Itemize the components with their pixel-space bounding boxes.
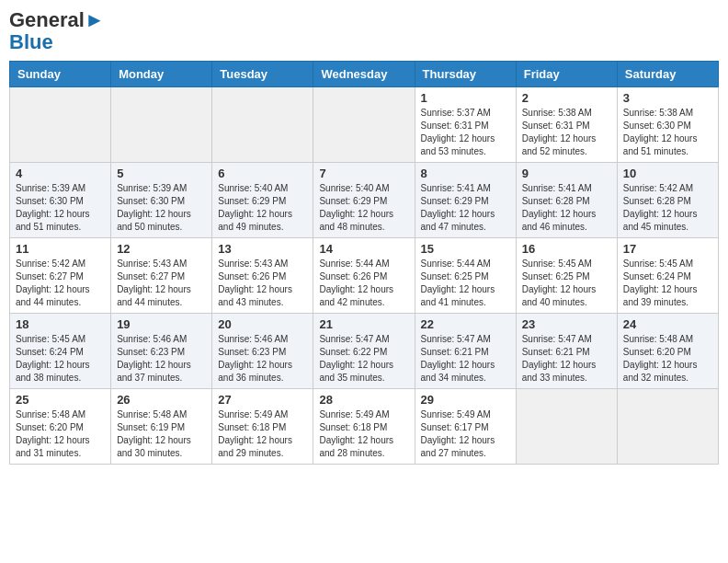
calendar-cell: 27Sunrise: 5:49 AM Sunset: 6:18 PM Dayli… xyxy=(212,389,313,465)
day-number: 11 xyxy=(16,242,105,256)
calendar-week-row: 18Sunrise: 5:45 AM Sunset: 6:24 PM Dayli… xyxy=(10,314,719,389)
day-number: 26 xyxy=(117,393,206,407)
calendar-cell xyxy=(212,87,313,163)
day-info: Sunrise: 5:45 AM Sunset: 6:25 PM Dayligh… xyxy=(522,258,611,309)
calendar-cell: 25Sunrise: 5:48 AM Sunset: 6:20 PM Dayli… xyxy=(10,389,111,465)
calendar-cell: 23Sunrise: 5:47 AM Sunset: 6:21 PM Dayli… xyxy=(516,314,617,389)
calendar-cell: 19Sunrise: 5:46 AM Sunset: 6:23 PM Dayli… xyxy=(111,314,212,389)
day-info: Sunrise: 5:49 AM Sunset: 6:18 PM Dayligh… xyxy=(319,408,408,460)
day-info: Sunrise: 5:38 AM Sunset: 6:30 PM Dayligh… xyxy=(623,107,712,158)
day-number: 3 xyxy=(623,91,712,105)
day-info: Sunrise: 5:40 AM Sunset: 6:29 PM Dayligh… xyxy=(319,182,408,234)
day-info: Sunrise: 5:46 AM Sunset: 6:23 PM Dayligh… xyxy=(218,333,307,385)
calendar-week-row: 11Sunrise: 5:42 AM Sunset: 6:27 PM Dayli… xyxy=(10,238,719,314)
day-info: Sunrise: 5:47 AM Sunset: 6:21 PM Dayligh… xyxy=(522,333,611,385)
calendar-cell xyxy=(111,87,212,163)
calendar-cell xyxy=(516,389,617,465)
calendar-cell: 1Sunrise: 5:37 AM Sunset: 6:31 PM Daylig… xyxy=(415,87,516,163)
calendar-week-row: 4Sunrise: 5:39 AM Sunset: 6:30 PM Daylig… xyxy=(10,163,719,238)
day-number: 28 xyxy=(319,393,408,407)
day-number: 29 xyxy=(421,393,510,407)
day-number: 8 xyxy=(421,167,510,180)
weekday-header: Wednesday xyxy=(313,62,415,87)
calendar-cell: 15Sunrise: 5:44 AM Sunset: 6:25 PM Dayli… xyxy=(415,238,516,314)
calendar-cell: 8Sunrise: 5:41 AM Sunset: 6:29 PM Daylig… xyxy=(415,163,516,238)
day-info: Sunrise: 5:48 AM Sunset: 6:19 PM Dayligh… xyxy=(117,408,206,460)
day-info: Sunrise: 5:43 AM Sunset: 6:27 PM Dayligh… xyxy=(117,258,206,309)
day-number: 6 xyxy=(218,167,307,180)
day-number: 27 xyxy=(218,393,307,407)
calendar-cell: 17Sunrise: 5:45 AM Sunset: 6:24 PM Dayli… xyxy=(617,238,718,314)
day-number: 7 xyxy=(319,167,408,180)
calendar-cell xyxy=(313,87,415,163)
calendar-cell: 20Sunrise: 5:46 AM Sunset: 6:23 PM Dayli… xyxy=(212,314,313,389)
day-number: 12 xyxy=(117,242,206,256)
day-number: 17 xyxy=(623,242,712,256)
calendar-table: SundayMondayTuesdayWednesdayThursdayFrid… xyxy=(9,61,719,465)
calendar-cell xyxy=(617,389,718,465)
calendar-cell xyxy=(10,87,111,163)
day-number: 24 xyxy=(623,317,712,331)
day-info: Sunrise: 5:42 AM Sunset: 6:27 PM Dayligh… xyxy=(16,258,105,309)
day-number: 20 xyxy=(218,317,307,331)
day-info: Sunrise: 5:39 AM Sunset: 6:30 PM Dayligh… xyxy=(16,182,105,234)
day-info: Sunrise: 5:40 AM Sunset: 6:29 PM Dayligh… xyxy=(218,182,307,234)
calendar-cell: 26Sunrise: 5:48 AM Sunset: 6:19 PM Dayli… xyxy=(111,389,212,465)
calendar-cell: 21Sunrise: 5:47 AM Sunset: 6:22 PM Dayli… xyxy=(313,314,415,389)
day-number: 18 xyxy=(16,317,105,331)
day-number: 25 xyxy=(16,393,105,407)
day-number: 23 xyxy=(522,317,611,331)
day-number: 16 xyxy=(522,242,611,256)
calendar-cell: 6Sunrise: 5:40 AM Sunset: 6:29 PM Daylig… xyxy=(212,163,313,238)
day-info: Sunrise: 5:47 AM Sunset: 6:21 PM Dayligh… xyxy=(421,333,510,385)
day-info: Sunrise: 5:41 AM Sunset: 6:29 PM Dayligh… xyxy=(421,182,510,234)
calendar-cell: 13Sunrise: 5:43 AM Sunset: 6:26 PM Dayli… xyxy=(212,238,313,314)
calendar-cell: 29Sunrise: 5:49 AM Sunset: 6:17 PM Dayli… xyxy=(415,389,516,465)
day-number: 5 xyxy=(117,167,206,180)
day-info: Sunrise: 5:47 AM Sunset: 6:22 PM Dayligh… xyxy=(319,333,408,385)
day-info: Sunrise: 5:49 AM Sunset: 6:17 PM Dayligh… xyxy=(421,408,510,460)
day-number: 1 xyxy=(421,91,510,105)
calendar-cell: 12Sunrise: 5:43 AM Sunset: 6:27 PM Dayli… xyxy=(111,238,212,314)
weekday-header: Monday xyxy=(111,62,212,87)
day-number: 2 xyxy=(522,91,611,105)
day-info: Sunrise: 5:38 AM Sunset: 6:31 PM Dayligh… xyxy=(522,107,611,158)
calendar-cell: 24Sunrise: 5:48 AM Sunset: 6:20 PM Dayli… xyxy=(617,314,718,389)
day-number: 14 xyxy=(319,242,408,256)
day-number: 21 xyxy=(319,317,408,331)
calendar-header-row: SundayMondayTuesdayWednesdayThursdayFrid… xyxy=(10,62,719,87)
day-info: Sunrise: 5:46 AM Sunset: 6:23 PM Dayligh… xyxy=(117,333,206,385)
day-number: 13 xyxy=(218,242,307,256)
calendar-week-row: 25Sunrise: 5:48 AM Sunset: 6:20 PM Dayli… xyxy=(10,389,719,465)
calendar-cell: 10Sunrise: 5:42 AM Sunset: 6:28 PM Dayli… xyxy=(617,163,718,238)
day-info: Sunrise: 5:49 AM Sunset: 6:18 PM Dayligh… xyxy=(218,408,307,460)
day-info: Sunrise: 5:43 AM Sunset: 6:26 PM Dayligh… xyxy=(218,258,307,309)
day-number: 10 xyxy=(623,167,712,180)
weekday-header: Sunday xyxy=(10,62,111,87)
day-number: 9 xyxy=(522,167,611,180)
logo: General► Blue xyxy=(9,9,105,53)
calendar-cell: 5Sunrise: 5:39 AM Sunset: 6:30 PM Daylig… xyxy=(111,163,212,238)
calendar-cell: 16Sunrise: 5:45 AM Sunset: 6:25 PM Dayli… xyxy=(516,238,617,314)
weekday-header: Friday xyxy=(516,62,617,87)
calendar-cell: 28Sunrise: 5:49 AM Sunset: 6:18 PM Dayli… xyxy=(313,389,415,465)
calendar-cell: 4Sunrise: 5:39 AM Sunset: 6:30 PM Daylig… xyxy=(10,163,111,238)
calendar-cell: 18Sunrise: 5:45 AM Sunset: 6:24 PM Dayli… xyxy=(10,314,111,389)
day-number: 19 xyxy=(117,317,206,331)
calendar-cell: 9Sunrise: 5:41 AM Sunset: 6:28 PM Daylig… xyxy=(516,163,617,238)
day-number: 15 xyxy=(421,242,510,256)
calendar-cell: 3Sunrise: 5:38 AM Sunset: 6:30 PM Daylig… xyxy=(617,87,718,163)
weekday-header: Tuesday xyxy=(212,62,313,87)
calendar-cell: 14Sunrise: 5:44 AM Sunset: 6:26 PM Dayli… xyxy=(313,238,415,314)
calendar-cell: 7Sunrise: 5:40 AM Sunset: 6:29 PM Daylig… xyxy=(313,163,415,238)
calendar-cell: 11Sunrise: 5:42 AM Sunset: 6:27 PM Dayli… xyxy=(10,238,111,314)
day-info: Sunrise: 5:45 AM Sunset: 6:24 PM Dayligh… xyxy=(623,258,712,309)
day-number: 4 xyxy=(16,167,105,180)
page-header: General► Blue xyxy=(9,9,719,53)
day-info: Sunrise: 5:44 AM Sunset: 6:26 PM Dayligh… xyxy=(319,258,408,309)
calendar-cell: 2Sunrise: 5:38 AM Sunset: 6:31 PM Daylig… xyxy=(516,87,617,163)
day-info: Sunrise: 5:48 AM Sunset: 6:20 PM Dayligh… xyxy=(623,333,712,385)
calendar-cell: 22Sunrise: 5:47 AM Sunset: 6:21 PM Dayli… xyxy=(415,314,516,389)
day-info: Sunrise: 5:42 AM Sunset: 6:28 PM Dayligh… xyxy=(623,182,712,234)
day-info: Sunrise: 5:48 AM Sunset: 6:20 PM Dayligh… xyxy=(16,408,105,460)
